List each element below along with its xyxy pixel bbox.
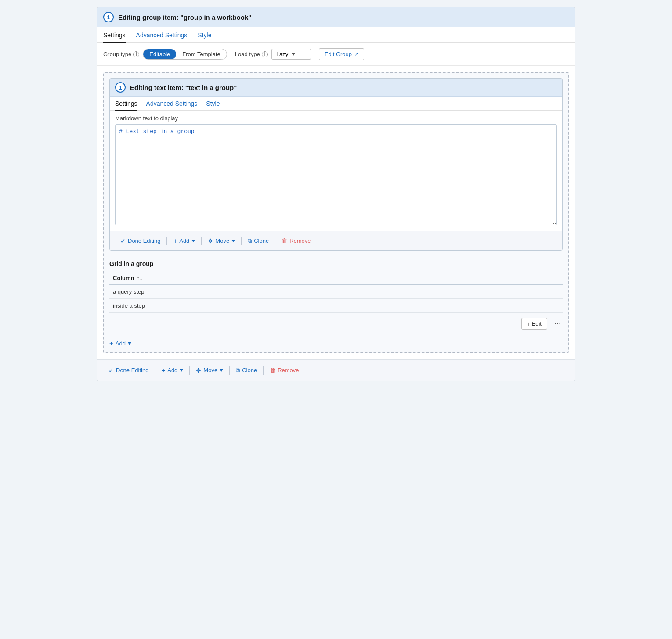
group-type-label: Group type i (103, 51, 139, 57)
grid-table: Column ↑↓ a query step inside a step (109, 272, 563, 313)
tab-settings-outer[interactable]: Settings (103, 27, 126, 43)
grid-row-cell-1: a query step (109, 285, 563, 299)
inner-add-label: Add (179, 237, 189, 244)
load-type-chevron-icon (292, 53, 295, 56)
grid-section: Grid in a group Column ↑↓ a query (104, 256, 568, 313)
inner-tabs-row: Settings Advanced Settings Style (110, 97, 562, 111)
table-row: inside a step (109, 299, 563, 313)
group-type-buttons: Editable From Template (143, 49, 227, 60)
check-icon: ✓ (120, 237, 126, 244)
group-type-section: Group type i Editable From Template (103, 49, 227, 60)
grid-edit-button[interactable]: ↑ Edit (521, 318, 547, 330)
load-type-label: Load type i (235, 51, 268, 57)
add-item-chevron-icon (128, 342, 131, 345)
outer-done-editing-button[interactable]: ✓ Done Editing (103, 365, 154, 376)
markdown-label: Markdown text to display (115, 115, 557, 122)
clone-icon: ⧉ (248, 237, 252, 244)
outer-step-badge: 1 (103, 12, 114, 22)
outer-panel: 1 Editing group item: "group in a workbo… (97, 7, 575, 381)
inner-tab-advanced-settings[interactable]: Advanced Settings (146, 97, 198, 111)
toolbar-divider-4 (275, 237, 275, 245)
outer-tabs-row: Settings Advanced Settings Style (97, 27, 575, 43)
outer-toolbar-divider-4 (263, 366, 264, 375)
grid-more-button[interactable]: ··· (553, 317, 563, 330)
move-icon: ✥ (208, 237, 213, 244)
outer-move-icon: ✥ (196, 367, 201, 374)
inner-done-editing-label: Done Editing (128, 237, 160, 244)
outer-toolbar-divider-1 (155, 366, 155, 375)
inner-done-editing-button[interactable]: ✓ Done Editing (115, 235, 166, 247)
inner-remove-button[interactable]: 🗑 Remove (276, 235, 316, 246)
outer-done-editing-label: Done Editing (116, 367, 148, 373)
load-type-info-icon: i (262, 51, 268, 57)
group-type-info-icon: i (133, 51, 139, 57)
tab-advanced-settings-outer[interactable]: Advanced Settings (136, 27, 188, 43)
trash-icon-inner: 🗑 (282, 237, 287, 244)
outer-toolbar-divider-3 (229, 366, 230, 375)
markdown-section: Markdown text to display # text step in … (110, 111, 562, 231)
inner-dashed-panel: 1 Editing text item: "text in a group" S… (103, 72, 569, 353)
outer-check-icon: ✓ (108, 367, 114, 374)
load-type-select[interactable]: Lazy (271, 49, 311, 60)
toolbar-divider-1 (166, 237, 167, 245)
plus-icon-1: + (173, 237, 177, 244)
move-chevron-icon (231, 240, 235, 242)
outer-settings-row: Group type i Editable From Template Load… (97, 43, 575, 66)
grid-edit-label: ↑ Edit (527, 320, 542, 327)
markdown-textarea[interactable]: # text step in a group (115, 124, 557, 225)
load-type-value: Lazy (276, 51, 288, 57)
outer-remove-label: Remove (278, 367, 299, 373)
inner-tab-settings[interactable]: Settings (115, 97, 137, 111)
group-type-editable-btn[interactable]: Editable (143, 49, 176, 59)
external-link-icon: ↗ (354, 51, 358, 57)
outer-remove-button[interactable]: 🗑 Remove (264, 365, 304, 376)
sort-icon[interactable]: ↑↓ (137, 275, 142, 281)
inner-remove-label: Remove (289, 237, 311, 244)
inner-clone-label: Clone (254, 237, 269, 244)
outer-header-title: Editing group item: "group in a workbook… (118, 14, 251, 21)
load-type-section: Load type i Lazy (235, 49, 311, 60)
grid-column-header: Column ↑↓ (109, 272, 563, 285)
add-row: + Add (104, 334, 568, 352)
outer-toolbar: ✓ Done Editing + Add ✥ Move ⧉ Clone 🗑 Re… (97, 359, 575, 381)
outer-plus-icon: + (161, 366, 165, 374)
outer-move-label: Move (203, 367, 217, 373)
add-item-label: Add (116, 340, 126, 347)
inner-edit-panel: 1 Editing text item: "text in a group" S… (109, 78, 563, 251)
inner-header-title: Editing text item: "text in a group" (130, 84, 237, 91)
edit-group-button[interactable]: Edit Group ↗ (319, 48, 364, 60)
outer-header-bar: 1 Editing group item: "group in a workbo… (97, 7, 575, 27)
toolbar-divider-3 (241, 237, 242, 245)
outer-clone-button[interactable]: ⧉ Clone (231, 365, 262, 376)
outer-add-label: Add (167, 367, 177, 373)
tab-style-outer[interactable]: Style (198, 27, 211, 43)
add-chevron-icon (191, 240, 195, 242)
outer-add-chevron-icon (180, 369, 183, 372)
inner-step-badge: 1 (115, 82, 126, 93)
inner-move-button[interactable]: ✥ Move (202, 235, 240, 247)
edit-group-label: Edit Group (325, 51, 352, 57)
outer-trash-icon: 🗑 (270, 367, 275, 373)
outer-toolbar-divider-2 (189, 366, 190, 375)
outer-add-button[interactable]: + Add (156, 364, 188, 376)
ellipsis-icon: ··· (554, 319, 561, 328)
grid-edit-row: ↑ Edit ··· (104, 313, 568, 334)
toolbar-divider-2 (201, 237, 202, 245)
inner-toolbar: ✓ Done Editing + Add ✥ Move ⧉ (110, 231, 562, 250)
outer-clone-label: Clone (242, 367, 257, 373)
outer-clone-icon: ⧉ (236, 367, 240, 374)
add-item-button[interactable]: + Add (109, 340, 131, 347)
plus-icon-2: + (109, 340, 113, 347)
inner-add-button[interactable]: + Add (168, 235, 200, 247)
outer-move-chevron-icon (220, 369, 223, 372)
inner-clone-button[interactable]: ⧉ Clone (242, 235, 274, 247)
inner-header: 1 Editing text item: "text in a group" (110, 79, 562, 97)
table-row: a query step (109, 285, 563, 299)
inner-move-label: Move (215, 237, 229, 244)
inner-tab-style[interactable]: Style (206, 97, 220, 111)
group-type-from-template-btn[interactable]: From Template (176, 49, 226, 59)
grid-row-cell-2: inside a step (109, 299, 563, 313)
outer-move-button[interactable]: ✥ Move (191, 365, 228, 376)
grid-title: Grid in a group (109, 260, 563, 267)
